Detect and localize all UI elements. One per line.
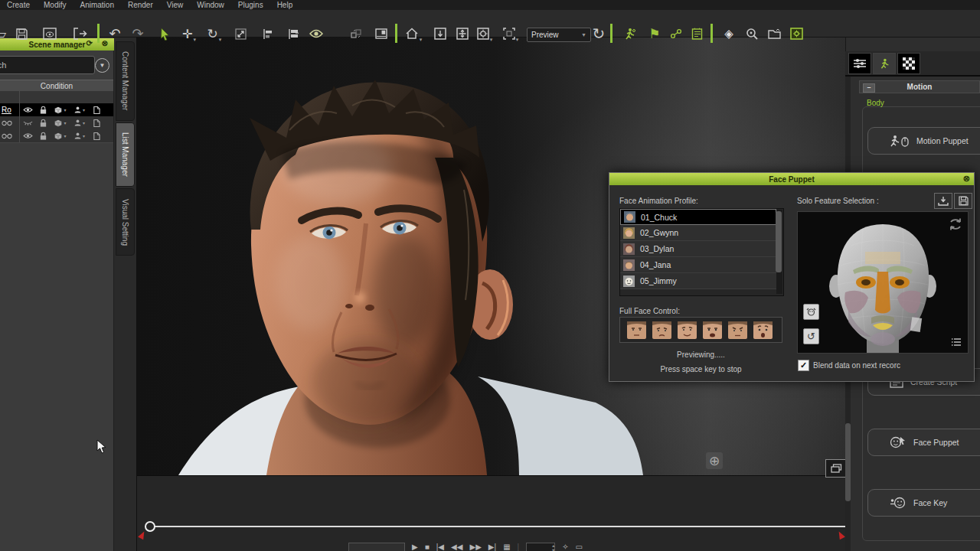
visibility-eye-icon[interactable] <box>307 24 325 43</box>
script-list-icon[interactable] <box>688 24 706 43</box>
align-actor-icon[interactable] <box>284 24 302 43</box>
redo-icon[interactable]: ↷ <box>129 24 147 43</box>
menu-view[interactable]: View <box>160 1 191 9</box>
select-tool-icon[interactable] <box>155 24 174 43</box>
export-box-icon[interactable] <box>787 24 805 43</box>
export-icon[interactable] <box>71 24 90 43</box>
menu-create[interactable]: Create <box>0 1 37 9</box>
new-project-icon[interactable]: ▱ <box>0 24 11 43</box>
frame-target-icon[interactable]: ▾ <box>475 24 494 43</box>
profile-list-scrollbar[interactable] <box>776 210 782 294</box>
fast-forward-button[interactable]: ▶▶ <box>469 543 481 551</box>
timeline-playhead[interactable] <box>145 521 155 532</box>
rotate-head-icon[interactable] <box>947 216 964 233</box>
solo-feature-head-preview[interactable]: ↺ <box>797 211 969 354</box>
geometry-cube-icon[interactable]: ▾ <box>51 132 70 141</box>
face-control-frown[interactable] <box>652 321 671 339</box>
move-tool-icon[interactable]: ✛▾ <box>180 24 198 43</box>
frame-counter-field[interactable]: ▴▾ <box>526 543 555 551</box>
scene-row-camera[interactable]: ▾ ▾ <box>0 116 113 130</box>
menu-modify[interactable]: Modify <box>37 1 73 9</box>
lock-icon[interactable] <box>35 132 51 141</box>
profile-item-dylan[interactable]: 03_Dylan <box>620 241 776 257</box>
menu-window[interactable]: Window <box>190 1 231 9</box>
load-profile-button[interactable] <box>934 193 952 209</box>
time-setting-button[interactable] <box>348 543 405 551</box>
undo-icon[interactable]: ↶ <box>106 24 124 43</box>
page-icon[interactable] <box>89 132 104 141</box>
mirror-feature-icon[interactable] <box>803 304 819 320</box>
modify-scrollbar-handle[interactable] <box>845 423 851 501</box>
camera-pivot-icon[interactable]: ⊕ <box>706 452 723 469</box>
menu-plugins[interactable]: Plugins <box>231 1 270 9</box>
page-icon[interactable] <box>89 119 104 128</box>
actor-icon[interactable]: ▾ <box>70 106 89 114</box>
flag-icon[interactable]: ⚑ <box>645 24 664 43</box>
layout-icon[interactable] <box>372 24 390 43</box>
face-control-neutral[interactable] <box>627 321 646 339</box>
save-icon[interactable] <box>12 24 31 43</box>
tab-content-manager[interactable]: Content Manager <box>116 41 135 121</box>
face-control-open[interactable] <box>703 321 722 339</box>
face-control-smile[interactable] <box>678 321 697 339</box>
screen-button[interactable]: ▭ <box>576 543 583 551</box>
geometry-cube-icon[interactable]: ▾ <box>51 119 70 128</box>
geometry-cube-icon[interactable]: ▾ <box>51 106 70 115</box>
profile-item-jana[interactable]: 04_Jana <box>620 257 776 273</box>
scene-row-camera2[interactable]: ▾ ▾ <box>0 129 113 143</box>
visibility-eye-icon[interactable] <box>20 106 35 113</box>
profile-item-chuck[interactable]: 01_Chuck <box>620 209 776 225</box>
blend-data-checkbox[interactable]: ✓ <box>798 360 809 371</box>
feature-list-icon[interactable] <box>949 336 963 348</box>
profile-item-gwynn[interactable]: 02_Gwynn <box>620 225 776 241</box>
frame-all-icon[interactable] <box>453 24 472 43</box>
menu-render[interactable]: Render <box>121 1 160 9</box>
reset-features-icon[interactable]: ↺ <box>803 328 819 344</box>
go-to-end-button[interactable]: ▶| <box>488 543 496 551</box>
refresh-icon[interactable]: ↻ <box>590 24 608 43</box>
stop-button[interactable]: ■ <box>425 543 430 551</box>
render-mode-dropdown[interactable]: Preview ▼ <box>527 28 591 42</box>
face-key-button[interactable]: Face Key <box>867 489 980 517</box>
hidden-eye-icon[interactable] <box>20 120 35 126</box>
face-control-angry[interactable] <box>728 321 747 339</box>
frame-down-icon[interactable] <box>431 24 449 43</box>
collapse-section-button[interactable]: – <box>863 83 875 93</box>
attach-icon[interactable] <box>347 24 365 43</box>
tab-visual-setting[interactable]: Visual Setting <box>116 188 135 256</box>
open-folder-icon[interactable] <box>766 24 784 43</box>
profile-item-jimmy[interactable]: 05_Jimmy <box>620 273 776 289</box>
lock-icon[interactable] <box>35 119 51 128</box>
motion-section-header[interactable]: – Motion <box>859 80 980 93</box>
search-filter-dropdown[interactable]: ▼ <box>95 58 109 73</box>
dialog-titlebar[interactable]: Face Puppet ⊗ <box>609 173 974 185</box>
effects-diamond-icon[interactable]: ◈ <box>720 24 738 43</box>
zoom-select-icon[interactable] <box>743 24 761 43</box>
motion-puppet-button[interactable]: Motion Puppet <box>867 127 980 155</box>
link-nodes-icon[interactable] <box>667 24 685 43</box>
rotate-tool-icon[interactable]: ↻▾ <box>205 24 224 43</box>
scale-tool-icon[interactable] <box>231 24 250 43</box>
actor-icon[interactable]: ▾ <box>70 132 89 140</box>
home-camera-icon[interactable]: ▾ <box>404 24 423 43</box>
save-profile-button[interactable] <box>954 193 972 209</box>
lock-icon[interactable] <box>35 106 51 115</box>
face-puppet-button[interactable]: Face Puppet <box>867 429 980 456</box>
page-icon[interactable] <box>89 106 104 115</box>
tab-modify-material[interactable] <box>897 53 920 74</box>
play-button[interactable]: ▶ <box>412 543 418 551</box>
align-object-icon[interactable] <box>259 24 277 43</box>
go-to-start-button[interactable]: |◀ <box>436 543 444 551</box>
scene-row-root[interactable]: Ro ▾ ▾ <box>0 103 113 117</box>
frame-grid-icon[interactable]: ▦ <box>503 543 510 551</box>
face-control-surprise[interactable] <box>753 321 773 339</box>
stage-preview-icon[interactable] <box>41 24 59 43</box>
visibility-eye-icon[interactable] <box>20 132 35 139</box>
tab-list-manager[interactable]: List Manager <box>116 122 135 187</box>
search-input[interactable]: rch <box>0 56 95 74</box>
tab-modify-properties[interactable] <box>848 53 871 74</box>
profile-list-scroll-handle[interactable] <box>776 211 782 272</box>
frame-selection-icon[interactable]: ▾ <box>501 24 520 43</box>
menu-animation[interactable]: Animation <box>73 1 120 9</box>
timeline-track[interactable] <box>150 526 845 527</box>
